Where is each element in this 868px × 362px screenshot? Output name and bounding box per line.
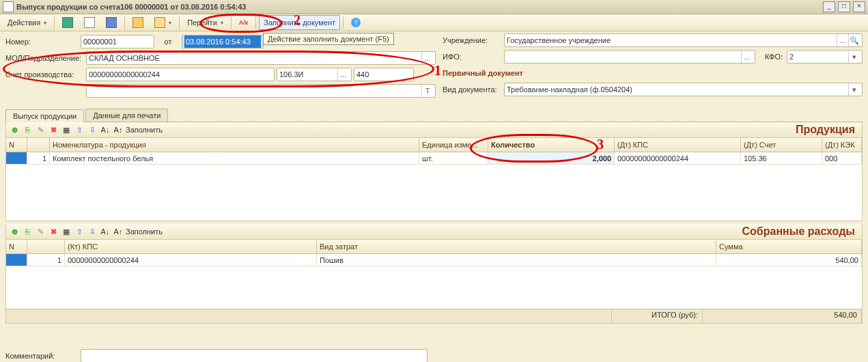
acct-kps-input[interactable]: 00000000000000244 <box>86 68 275 81</box>
extra-select[interactable]: T <box>421 85 433 97</box>
tab-strip: Выпуск продукции Данные для печати <box>5 107 863 122</box>
org-search-icon[interactable]: 🔍 <box>848 34 860 46</box>
number-label: Номер: <box>5 38 81 46</box>
add-row-button-2[interactable]: ⊕ <box>9 226 20 237</box>
refresh-icon <box>106 17 117 28</box>
doc1-icon <box>132 17 143 28</box>
edit-row-button-2[interactable]: ✎ <box>35 226 46 237</box>
tab-print-data[interactable]: Данные для печати <box>85 109 168 122</box>
move-up-button[interactable]: ⇧ <box>74 124 85 135</box>
delete-row-button-2[interactable]: ✖ <box>48 226 59 237</box>
fill-doc-tooltip: Действие заполнить документ (F5) <box>263 33 394 45</box>
toolbar-btn-4[interactable] <box>128 15 148 30</box>
table-row[interactable]: 1 00000000000000244 Пошив 540,00 <box>6 254 862 266</box>
acct-code-input[interactable]: 106.3И... <box>277 68 352 81</box>
close-button[interactable]: × <box>853 1 865 12</box>
fill-document-button[interactable]: Заполнить документ <box>259 15 340 30</box>
products-title: Продукция <box>796 124 855 136</box>
copy-row-button-2[interactable]: ⎘ <box>22 226 33 237</box>
products-header: N Номенклатура - продукция Единица изме.… <box>6 138 862 152</box>
edit-row-button[interactable]: ✎ <box>35 124 46 135</box>
copy-row-button[interactable]: ⎘ <box>22 124 33 135</box>
number-input[interactable]: 00000001 <box>81 35 154 48</box>
org-input[interactable]: Государственное учреждение...🔍 <box>504 33 863 47</box>
doctype-label: Вид документа: <box>443 85 504 94</box>
tab-output[interactable]: Выпуск продукции <box>5 109 84 122</box>
titlebar: Выпуск продукции со счета106 00000001 от… <box>0 0 868 14</box>
mol-label: МОЛ/Подразделение: <box>5 54 86 62</box>
grid-button[interactable]: ▦ <box>61 124 72 135</box>
primary-doc-group: Первичный документ <box>443 69 523 77</box>
fill-menu[interactable]: Заполнить <box>126 126 163 134</box>
expenses-section: ⊕ ⎘ ✎ ✖ ▦ ⇧ ⇩ A↓ A↑ Заполнить Собранные … <box>5 224 863 324</box>
move-up-button-2[interactable]: ⇧ <box>74 226 85 237</box>
expenses-title: Собранные расходы <box>742 225 855 238</box>
sort-desc-button[interactable]: A↑ <box>113 124 124 135</box>
table-row[interactable]: 1 Комплект постельного белья шт. 2,000 0… <box>6 152 862 165</box>
org-select[interactable]: ... <box>837 34 848 46</box>
expenses-footer: ИТОГО (руб): 540,00 <box>6 309 862 323</box>
mol-input[interactable]: СКЛАД ОСНОВНОЕ... <box>86 51 436 65</box>
ak-button[interactable]: А/к <box>234 15 253 30</box>
delete-row-button[interactable]: ✖ <box>48 124 59 135</box>
comment-row: Комментарий: <box>5 349 428 362</box>
actions-menu[interactable]: Действия <box>3 15 51 30</box>
mol-select-button[interactable]: ... <box>421 52 433 64</box>
org-label: Учреждение: <box>443 36 504 44</box>
kfo-dropdown-icon[interactable]: ▾ <box>848 51 860 63</box>
comment-input[interactable] <box>81 349 428 362</box>
grid-button-2[interactable]: ▦ <box>61 226 72 237</box>
date-label: от <box>154 38 182 46</box>
acct-label: Счет производства: <box>5 70 86 79</box>
move-down-button[interactable]: ⇩ <box>87 124 98 135</box>
toolbar-btn-2[interactable] <box>79 15 100 30</box>
expenses-header: N (Кт) КПС Вид затрат Сумма <box>6 240 862 254</box>
ifo-label: ИФО: <box>443 53 504 61</box>
toolbar-btn-3[interactable] <box>101 15 122 30</box>
kfo-input[interactable]: 2▾ <box>787 50 863 64</box>
doctype-input[interactable]: Требование-накладная (ф.0504204)▾ <box>504 83 863 96</box>
products-section: ⊕ ⎘ ✎ ✖ ▦ ⇧ ⇩ A↓ A↑ Заполнить Продукция … <box>5 122 863 221</box>
ifo-input[interactable]: ... <box>504 50 755 64</box>
ak-icon: А/к <box>239 19 249 26</box>
acct-kek-input[interactable]: 440 <box>354 68 414 81</box>
comment-label: Комментарий: <box>5 352 81 360</box>
toolbar-btn-1[interactable] <box>57 15 78 30</box>
kfo-label: КФО: <box>755 53 787 61</box>
date-input[interactable]: 03.08.2016 0:54:43 <box>182 35 264 48</box>
sort-asc-button[interactable]: A↓ <box>100 124 111 135</box>
acct-code-select[interactable]: ... <box>337 68 349 81</box>
ifo-select[interactable]: ... <box>741 51 753 63</box>
main-toolbar: Действия Перейти А/к Заполнить документ … <box>0 14 868 31</box>
add-row-button[interactable]: ⊕ <box>9 124 20 135</box>
document-icon <box>3 1 14 12</box>
save-icon <box>62 17 73 28</box>
help-icon: ? <box>351 18 361 27</box>
sort-desc-button-2[interactable]: A↑ <box>113 226 124 237</box>
sort-asc-button-2[interactable]: A↓ <box>100 226 111 237</box>
grid-icon <box>84 17 95 28</box>
toolbar-btn-5[interactable] <box>150 15 176 30</box>
maximize-button[interactable]: □ <box>838 1 850 12</box>
doctype-dropdown-icon[interactable]: ▾ <box>848 83 860 96</box>
help-button[interactable]: ? <box>346 15 365 30</box>
fill-menu-2[interactable]: Заполнить <box>126 227 163 236</box>
goto-menu[interactable]: Перейти <box>182 15 228 30</box>
minimize-button[interactable]: _ <box>823 1 835 12</box>
extra-input[interactable]: T <box>86 84 436 98</box>
move-down-button-2[interactable]: ⇩ <box>87 226 98 237</box>
window-title: Выпуск продукции со счета106 00000001 от… <box>16 3 823 11</box>
doc2-icon <box>154 17 165 28</box>
